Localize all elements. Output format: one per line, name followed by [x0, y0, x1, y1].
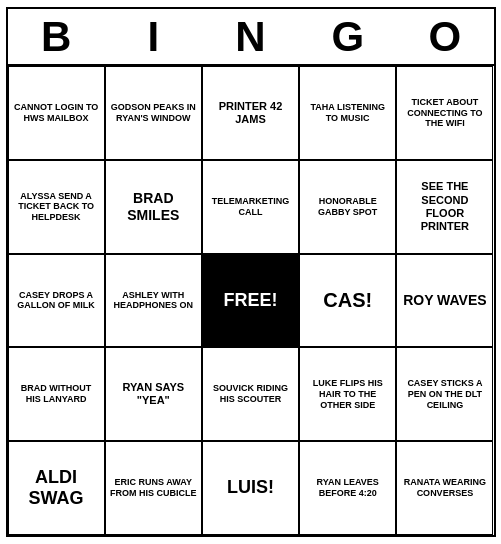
header-letter-n: N — [202, 13, 299, 61]
bingo-grid: CANNOT LOGIN TO HWS MAILBOX GODSON PEAKS… — [8, 64, 494, 535]
cell-11[interactable]: ASHLEY WITH HEADPHONES ON — [105, 254, 202, 348]
cell-6[interactable]: BRAD SMILES — [105, 160, 202, 254]
cell-0[interactable]: CANNOT LOGIN TO HWS MAILBOX — [8, 66, 105, 160]
cell-16[interactable]: RYAN SAYS "YEA" — [105, 347, 202, 441]
cell-21[interactable]: ERIC RUNS AWAY FROM HIS CUBICLE — [105, 441, 202, 535]
cell-10[interactable]: CASEY DROPS A GALLON OF MILK — [8, 254, 105, 348]
cell-13[interactable]: CAS! — [299, 254, 396, 348]
bingo-card: B I N G O CANNOT LOGIN TO HWS MAILBOX GO… — [6, 7, 496, 537]
header-letter-g: G — [299, 13, 396, 61]
header-letter-b: B — [8, 13, 105, 61]
cell-9[interactable]: SEE THE SECOND FLOOR PRINTER — [396, 160, 493, 254]
cell-1[interactable]: GODSON PEAKS IN RYAN'S WINDOW — [105, 66, 202, 160]
cell-8[interactable]: HONORABLE GABBY SPOT — [299, 160, 396, 254]
cell-18[interactable]: LUKE FLIPS HIS HAIR TO THE OTHER SIDE — [299, 347, 396, 441]
header-letter-o: O — [396, 13, 493, 61]
cell-15[interactable]: BRAD WITHOUT HIS LANYARD — [8, 347, 105, 441]
cell-17[interactable]: SOUVICK RIDING HIS SCOUTER — [202, 347, 299, 441]
cell-22[interactable]: LUIS! — [202, 441, 299, 535]
cell-12-free[interactable]: Free! — [202, 254, 299, 348]
cell-19[interactable]: CASEY STICKS A PEN ON THE DLT CEILING — [396, 347, 493, 441]
cell-2[interactable]: PRINTER 42 JAMS — [202, 66, 299, 160]
cell-7[interactable]: TELEMARKETING CALL — [202, 160, 299, 254]
cell-24[interactable]: RANATA WEARING CONVERSES — [396, 441, 493, 535]
cell-14[interactable]: ROY WAVES — [396, 254, 493, 348]
cell-3[interactable]: TAHA LISTENING TO MUSIC — [299, 66, 396, 160]
cell-23[interactable]: RYAN LEAVES BEFORE 4:20 — [299, 441, 396, 535]
cell-4[interactable]: TICKET ABOUT CONNECTING TO THE WIFI — [396, 66, 493, 160]
cell-5[interactable]: ALYSSA SEND A TICKET BACK TO HELPDESK — [8, 160, 105, 254]
bingo-header: B I N G O — [8, 9, 494, 64]
cell-20[interactable]: ALDI SWAG — [8, 441, 105, 535]
header-letter-i: I — [105, 13, 202, 61]
